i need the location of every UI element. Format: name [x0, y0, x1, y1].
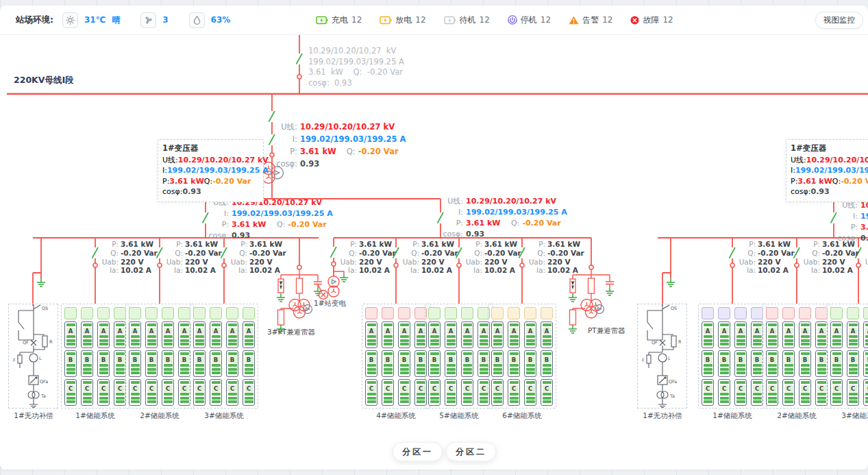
pcs-status-indicator	[734, 307, 747, 319]
battery-cluster-cell: B	[382, 350, 394, 377]
compensation-device-label: QS	[42, 306, 48, 311]
battery-cluster-cell: A	[162, 321, 174, 348]
transformer-box-title: 1#变压器	[162, 143, 258, 154]
battery-cluster-cell: C	[114, 379, 126, 406]
fault-icon	[630, 16, 639, 25]
battery-cluster-cell: B	[193, 350, 206, 377]
pcs-status-indicator	[129, 307, 141, 319]
compensation-device-label: QFa	[40, 379, 48, 385]
cluster-letter: C	[753, 385, 762, 392]
cluster-letter: C	[417, 385, 425, 392]
battery-cluster-cell: B	[830, 350, 843, 377]
compensation-schematic: QSQFRFLQFaTa	[9, 304, 58, 408]
middle-section-measurement: U线:10.29/10.20/10.27 kV I:199.02/199.03/…	[440, 196, 567, 240]
cluster-letter: A	[83, 328, 92, 334]
cluster-letter: A	[116, 328, 125, 334]
feeder-measurement: P:3.61 kW Q:-0.20 Var Uab:220 V Ia:10.02…	[802, 240, 859, 275]
storage-system-block[interactable]: AAAABBBBCCCC	[762, 304, 831, 409]
compensation-device-label: QF	[652, 340, 658, 345]
cluster-letter: A	[400, 328, 409, 334]
scada-page: 站场环境: 31℃ 晴 3 63% 充电12放电12待机12停机12告警12故障…	[0, 0, 868, 475]
shutdown-icon	[508, 15, 517, 25]
legend-count: 12	[415, 15, 425, 25]
battery-cluster-cell: A	[751, 321, 763, 348]
battery-cluster-cell: C	[541, 379, 553, 406]
pcs-status-indicator	[97, 307, 110, 319]
battery-cluster-cell: C	[64, 379, 77, 406]
battery-cluster-cell: B	[243, 350, 255, 377]
battery-cluster-cell: A	[799, 321, 811, 348]
storage-system-block[interactable]: AAAABBBBCCCC	[61, 304, 129, 409]
battery-cluster-cell: B	[799, 350, 811, 377]
system-label: 6#储能系统	[488, 411, 556, 421]
pcs-status-indicator	[64, 307, 77, 319]
env-label: 站场环境:	[16, 14, 53, 26]
humidity-value: 63%	[211, 15, 231, 25]
cluster-letter: B	[99, 356, 108, 363]
battery-cluster-cell: B	[702, 350, 714, 377]
battery-cluster-cell: A	[243, 321, 255, 348]
zone-two-button[interactable]: 分区二	[446, 442, 496, 461]
cluster-letter: B	[400, 356, 409, 363]
legend-count: 12	[602, 15, 612, 25]
battery-cluster-cell: A	[847, 321, 859, 348]
cluster-letter: A	[817, 328, 826, 334]
battery-cluster-cell: A	[508, 321, 520, 348]
battery-cluster-cell: C	[178, 379, 190, 406]
system-label: 2#储能系统	[762, 411, 831, 421]
battery-cluster-cell: C	[226, 379, 238, 406]
battery-cluster-cell: A	[145, 321, 158, 348]
battery-cluster-cell: C	[398, 379, 410, 406]
battery-cluster-cell: A	[398, 321, 410, 348]
pcs-status-indicator	[81, 307, 93, 319]
storage-system-block[interactable]: AAAABBBBCCCC	[125, 304, 194, 409]
feeder-measurement: P:3.61 kW Q:-0.20 Var Uab:220 V Ia:10.02…	[464, 240, 521, 275]
cluster-letter: B	[83, 356, 92, 363]
legend-item-charge: 充电12	[316, 14, 362, 26]
storage-system-block[interactable]: AAAABBBBCCCC	[827, 304, 868, 409]
cluster-letter: C	[463, 385, 472, 392]
feeder-measurement: P:3.61 kW Q:-0.20 Var Uab:220 V Ia:10.02…	[528, 240, 584, 275]
cluster-letter: A	[463, 328, 472, 334]
zone-one-button[interactable]: 分区一	[393, 442, 443, 461]
topbar: 站场环境: 31℃ 晴 3 63% 充电12放电12待机12停机12告警12故障…	[0, 5, 868, 35]
storage-system-block[interactable]: AAAABBBBCCCC	[425, 304, 493, 409]
feeder-measurement: P:3.61 kW Q:-0.20 Var Uab:220 V Ia:10.02…	[101, 240, 158, 275]
cluster-letter: B	[817, 356, 826, 363]
cluster-letter: A	[367, 328, 376, 334]
battery-cluster-cell: C	[461, 379, 473, 406]
wind-icon	[140, 12, 156, 28]
battery-cluster-cell: B	[428, 350, 441, 377]
cluster-letter: A	[849, 328, 858, 334]
cluster-letter: C	[66, 385, 75, 392]
battery-cluster-cell: C	[129, 379, 141, 406]
storage-system-block[interactable]: AAAABBBBCCCC	[190, 304, 258, 409]
compensation-device-label: L	[39, 356, 42, 361]
cluster-letter: B	[116, 356, 125, 363]
pcs-status-indicator	[428, 307, 441, 319]
cluster-letter: A	[720, 328, 729, 334]
system-label: 1#无功补偿	[0, 411, 68, 421]
storage-system-block[interactable]: AAAABBBBCCCC	[488, 304, 556, 409]
pcs-status-indicator	[210, 307, 222, 319]
battery-cluster-cell: B	[210, 350, 222, 377]
battery-cluster-cell: B	[461, 350, 473, 377]
compensation-device-label: L	[668, 356, 671, 361]
transformer-box-right: 1#变压器 U线:10.29/10.20/10.27 kV I:199.02/1…	[786, 139, 868, 202]
pcs-status-indicator	[782, 307, 795, 319]
battery-cluster-cell: B	[815, 350, 828, 377]
storage-system-block[interactable]: AAAABBBBCCCC	[362, 304, 430, 409]
legend-count: 12	[480, 15, 490, 25]
cluster-letter: B	[753, 356, 762, 363]
cluster-letter: A	[447, 328, 456, 334]
cluster-letter: C	[510, 385, 519, 392]
cluster-letter: C	[849, 385, 858, 392]
feeder-measurement: P:3.61 kW Q:-0.20 Var Uab:220 V Ia:10.02…	[864, 240, 868, 275]
cluster-letter: C	[164, 385, 173, 392]
cluster-letter: B	[430, 356, 439, 363]
storage-system-block[interactable]: AAAABBBBCCCC	[698, 304, 767, 409]
system-label: 5#储能系统	[425, 411, 493, 421]
pcs-status-indicator	[830, 307, 843, 319]
view-monitor-button[interactable]: 视图监控	[815, 12, 863, 29]
cluster-letter: B	[865, 356, 868, 363]
